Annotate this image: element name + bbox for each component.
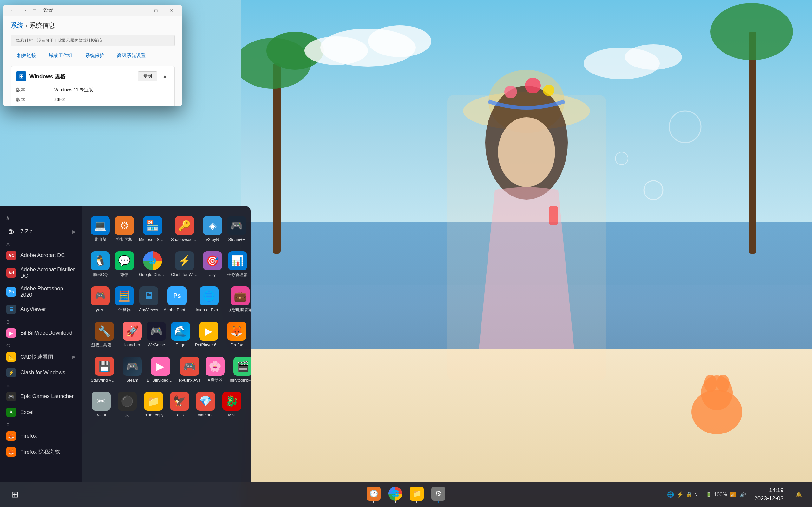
forward-button[interactable]: → [20, 6, 29, 14]
app-fenix[interactable]: 🦅 Fenix [167, 388, 192, 422]
app-shadowsocksr[interactable]: 🔑 ShadowsocksR [169, 212, 200, 246]
wegame-label: WeGame [148, 343, 165, 348]
app-launcher[interactable]: 🚀 launcher [121, 318, 144, 352]
app-folder-copy[interactable]: 📁 folder copy [141, 388, 166, 422]
tray-icon-4[interactable]: 🛡 [695, 492, 700, 498]
copy-button[interactable]: 复制 [138, 71, 157, 81]
sidebar-item-adobe-dc[interactable]: Ac Adobe Acrobat DC [0, 247, 82, 263]
maximize-button[interactable]: ◻ [149, 5, 163, 16]
notification-button[interactable]: 🔔 [792, 488, 806, 502]
letter-e: E [0, 381, 82, 389]
letter-f: F [0, 420, 82, 428]
tray-icon-2[interactable]: ⚡ [676, 491, 683, 498]
mkvtoolnix-icon: 🎬 [234, 357, 251, 376]
sidebar-item-epic[interactable]: 🎮 Epic Games Launcher [0, 389, 82, 404]
app-lianxiang[interactable]: 💼 联想电脑管家 [226, 283, 251, 317]
app-tujian[interactable]: 🔧 图吧工具箱2022 [89, 318, 119, 352]
taskbar-clock-app[interactable]: 🕐 [364, 486, 383, 504]
taskbar-clock[interactable]: 14:19 2023-12-03 [749, 487, 789, 502]
taskbar-center: 🕐 🌐 📁 ⚙ [364, 486, 448, 504]
app-task-manager[interactable]: 📊 任务管理器 [225, 247, 250, 281]
tab-advanced[interactable]: 高级系统设置 [111, 50, 152, 62]
app-bilibili2[interactable]: ▶ BiliBiliVideoD... [145, 353, 176, 387]
sidebar-item-photoshop[interactable]: Ps Adobe Photoshop 2020 [0, 282, 82, 301]
sidebar-label-epic: Epic Games Launcher [20, 393, 73, 400]
app-this-pc[interactable]: 💻 此电脑 [89, 212, 112, 246]
app-control-panel[interactable]: ⚙ 控制面板 [113, 212, 136, 246]
collapse-button[interactable]: ▲ [160, 72, 169, 81]
sidebar-item-7zip[interactable]: 🗜 7-Zip ▶ [0, 224, 82, 239]
app-ryujinx[interactable]: 🎮 Ryujinx.Ava [177, 353, 202, 387]
joy-icon: 🎯 [203, 251, 222, 270]
svg-point-19 [525, 78, 541, 94]
app-xcut[interactable]: ✂ X-cut [89, 388, 113, 422]
tab-protection[interactable]: 系统保护 [79, 50, 111, 62]
tray-icon-3[interactable]: 🔒 [686, 492, 693, 498]
sidebar-item-firefox-private[interactable]: 🦊 Firefox 隐私浏览 [0, 444, 82, 460]
taskbar-chrome-app[interactable]: 🌐 [386, 486, 405, 504]
app-ms-store[interactable]: 🏪 Microsoft Store [137, 212, 168, 246]
sidebar-item-cad[interactable]: 📐 CAD快速看图 ▶ [0, 349, 82, 365]
app-ie[interactable]: 🌐 Internet Explorer [194, 283, 224, 317]
app-wegame[interactable]: 🎮 WeGame [145, 318, 168, 352]
clock-app-icon: 🕐 [367, 487, 380, 501]
close-button[interactable]: ✕ [164, 5, 179, 16]
app-calculator[interactable]: 🧮 计算器 [113, 283, 136, 317]
tujian-label: 图吧工具箱2022 [91, 343, 118, 348]
yuzu-label: yuzu [96, 307, 104, 313]
app-firefox2[interactable]: 🦊 Firefox [225, 318, 248, 352]
cad-expand: ▶ [72, 354, 76, 359]
app-v2rayn[interactable]: ◈ v2rayN [201, 212, 224, 246]
app-wan[interactable]: ⚫ 丸 [115, 388, 140, 422]
app-anyviewer2[interactable]: 🖥 AnyViewer [137, 283, 160, 317]
tab-domain[interactable]: 域或工作组 [43, 50, 79, 62]
ie-icon: 🌐 [200, 286, 218, 305]
back-button[interactable]: ← [8, 6, 18, 14]
sidebar-item-clash[interactable]: ⚡ Clash for Windows [0, 365, 82, 381]
sidebar-item-bilibili[interactable]: ▶ BiliBiliVideoDownload [0, 325, 82, 341]
app-wechat[interactable]: 💬 微信 [113, 247, 136, 281]
taskbar-explorer-app[interactable]: 📁 [407, 486, 426, 504]
taskbar-settings-app[interactable]: ⚙ [429, 486, 448, 504]
spec-key-edition: 版本 [16, 87, 54, 93]
breadcrumb-parent[interactable]: 系统 [11, 21, 23, 30]
svg-point-18 [504, 86, 517, 98]
app-chrome[interactable]: 🌐 Google Chrome [137, 247, 168, 281]
battery-percent: 100% [714, 492, 727, 498]
letter-c: C [0, 341, 82, 349]
app-steam[interactable]: 🎮 Steam [121, 353, 144, 387]
menu-button[interactable]: ≡ [31, 6, 38, 14]
app-msi[interactable]: 🐉 MSI [219, 388, 244, 422]
control-panel-icon: ⚙ [115, 216, 134, 235]
tab-related[interactable]: 相关链接 [11, 50, 43, 62]
start-button[interactable]: ⊞ [6, 487, 23, 503]
ms-store-label: Microsoft Store [139, 237, 166, 242]
tray-icon-1[interactable]: 🌐 [667, 491, 674, 498]
sidebar-item-excel[interactable]: X Excel [0, 404, 82, 420]
msi-icon: 🐉 [222, 392, 241, 411]
taskbar: ⊞ 🕐 🌐 📁 ⚙ 🌐 ⚡ 🔒 🛡 🔋 100% [0, 482, 812, 507]
app-diamond[interactable]: 💎 diamond [193, 388, 218, 422]
sidebar-label-anyviewer: AnyViewer [20, 306, 46, 313]
steam-label: Steam [126, 378, 138, 383]
app-adobe-ps[interactable]: Ps Adobe Photoshop... [162, 283, 193, 317]
spec-row-edition: 版本 Windows 11 专业版 [16, 85, 169, 95]
app-joy[interactable]: 🎯 Joy [201, 247, 224, 281]
app-qq[interactable]: 🐧 腾讯QQ [89, 247, 112, 281]
titlebar: ← → ≡ 设置 ― ◻ ✕ [3, 5, 183, 16]
app-a-launcher[interactable]: 🌸 A启动器 [204, 353, 226, 387]
sidebar-item-anyviewer[interactable]: 🖥 AnyViewer [0, 301, 82, 317]
app-clash2[interactable]: ⚡ Clash for Windows [169, 247, 200, 281]
app-edge[interactable]: 🌊 Edge [169, 318, 192, 352]
sidebar-item-adobe-distiller[interactable]: Ad Adobe Acrobat Distiller DC [0, 263, 82, 282]
firefox-icon: 🦊 [6, 431, 16, 441]
app-starwind[interactable]: 💾 StarWind V2V Image... [89, 353, 119, 387]
app-yuzu[interactable]: 🎮 yuzu [89, 283, 112, 317]
minimize-button[interactable]: ― [134, 5, 148, 16]
app-potplayer[interactable]: ▶ PotPlayer 64 bit [193, 318, 224, 352]
wifi-indicator: 📶 [730, 492, 737, 498]
app-mkvtoolnix[interactable]: 🎬 mkvtoolnix-gui [228, 353, 251, 387]
sidebar-item-firefox[interactable]: 🦊 Firefox [0, 428, 82, 444]
app-steampp[interactable]: 🎮 Steam++ [225, 212, 248, 246]
clock-time: 14:19 [754, 487, 783, 494]
